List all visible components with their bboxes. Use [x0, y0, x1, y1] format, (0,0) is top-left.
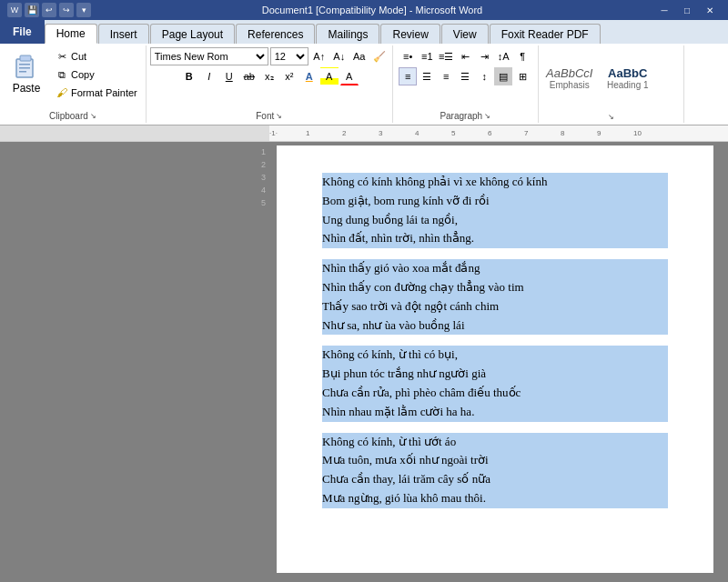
shading-button[interactable]: ▤: [494, 67, 512, 85]
left-margin: 1 2 3 4 5: [0, 142, 269, 582]
decrease-indent-button[interactable]: ⇤: [456, 47, 474, 65]
ribbon-tabs: File Home Insert Page Layout References …: [0, 20, 728, 44]
line-3-1: Không có kính, ừ thì có bụi,: [322, 346, 668, 365]
font-color-button[interactable]: A: [340, 67, 359, 85]
maximize-button[interactable]: □: [676, 0, 698, 20]
tab-foxit[interactable]: Foxit Reader PDF: [490, 24, 601, 44]
borders-button[interactable]: ⊞: [513, 67, 531, 85]
minimize-button[interactable]: ─: [653, 0, 675, 20]
line-4-3: Chưa cần thay, lái trăm cây số nữa: [322, 470, 668, 489]
line-4-1: Không có kính, ừ thì ướt áo: [322, 433, 668, 452]
align-center-button[interactable]: ☰: [418, 67, 436, 85]
line-1-4: Nhìn đất, nhìn trời, nhìn thẳng.: [322, 229, 668, 248]
align-left-button[interactable]: ≡: [399, 67, 417, 85]
multilevel-list-button[interactable]: ≡☰: [437, 47, 455, 65]
style-emphasis[interactable]: AaBbCcI Emphasis: [542, 51, 597, 105]
paste-icon: [12, 51, 41, 80]
cut-icon: ✂: [56, 50, 68, 63]
clear-format-button[interactable]: 🧹: [370, 47, 389, 65]
change-case-button[interactable]: Aa: [350, 47, 369, 65]
styles-expand-icon[interactable]: ↘: [608, 113, 614, 121]
line-2-4: Như sa, như ùa vào buồng lái: [322, 316, 668, 336]
text-effects-button[interactable]: A: [300, 67, 318, 85]
ruler-main: ·1· 1 2 3 4 5 6 7 8 9 10: [269, 125, 728, 141]
tab-mailings[interactable]: Mailings: [316, 24, 379, 44]
tab-page-layout[interactable]: Page Layout: [150, 24, 235, 44]
save-quick-icon[interactable]: 💾: [25, 3, 39, 17]
increase-indent-button[interactable]: ⇥: [475, 47, 493, 65]
paragraph-group: ≡• ≡1 ≡☰ ⇤ ⇥ ↕A ¶ ≡ ☰ ≡ ☰ ↕ ▤ ⊞: [393, 45, 539, 123]
line-4-2: Mưa tuôn, mưa xối như ngoài trời: [322, 451, 668, 470]
undo-quick-icon[interactable]: ↩: [42, 3, 56, 17]
numbering-button[interactable]: ≡1: [418, 47, 436, 65]
customize-quick-icon[interactable]: ▾: [76, 3, 91, 17]
paragraph-1: Không có kính không phải vì xe không có …: [322, 173, 668, 248]
subscript-button[interactable]: x₂: [260, 67, 278, 85]
svg-rect-2: [19, 64, 30, 65]
tab-references[interactable]: References: [236, 24, 315, 44]
clipboard-group: Paste ✂ Cut ⧉ Copy 🖌 Format: [0, 45, 147, 123]
line-4-4: Mưa ngừng, gió lùa khô mau thôi.: [322, 489, 668, 508]
justify-button[interactable]: ☰: [456, 67, 474, 85]
copy-button[interactable]: ⧉ Copy: [51, 65, 142, 84]
main-area: 1 2 3 4 5 Không có kính không phải vì xe…: [0, 142, 728, 582]
paragraph-3: Không có kính, ừ thì có bụi, Bụi phun tó…: [322, 346, 668, 421]
emphasis-preview: AaBbCcI: [546, 66, 592, 80]
heading1-preview: AaBbC: [608, 66, 647, 80]
svg-rect-4: [19, 71, 26, 73]
font-expand-icon[interactable]: ↘: [276, 112, 282, 120]
format-painter-icon: 🖌: [56, 86, 68, 99]
copy-icon: ⧉: [56, 68, 68, 81]
align-right-button[interactable]: ≡: [437, 67, 455, 85]
line-3-4: Nhìn nhau mặt lằm cười ha ha.: [322, 403, 668, 422]
cut-button[interactable]: ✂ Cut: [51, 47, 142, 65]
ruler: ·1· 1 2 3 4 5 6 7 8 9 10: [0, 125, 728, 142]
word-icon: W: [7, 3, 22, 17]
line-2-1: Nhìn thấy gió vào xoa mắt đắng: [322, 259, 668, 278]
ruler-left-margin: [0, 125, 269, 141]
styles-group: AaBbCcI Emphasis AaBbC Heading 1 Styles …: [539, 45, 684, 123]
bold-button[interactable]: B: [180, 67, 198, 85]
line-1-2: Bom giật, bom rung kính vỡ đi rồi: [322, 192, 668, 211]
paragraph-2: Nhìn thấy gió vào xoa mắt đắng Nhìn thấy…: [322, 259, 668, 335]
italic-button[interactable]: I: [200, 67, 218, 85]
svg-rect-3: [19, 67, 30, 69]
font-name-select[interactable]: Times New Rom: [150, 47, 268, 65]
document-area: Không có kính không phải vì xe không có …: [269, 142, 728, 582]
increase-font-button[interactable]: A↑: [310, 47, 329, 65]
strikethrough-button[interactable]: ab: [240, 67, 258, 85]
title-bar: W 💾 ↩ ↪ ▾ Document1 [Compatibility Mode]…: [0, 0, 728, 20]
font-group: Times New Rom 12 A↑ A↓ Aa 🧹 B I U ab x₂: [147, 45, 393, 123]
document-page: Không có kính không phải vì xe không có …: [277, 146, 713, 573]
tab-file[interactable]: File: [0, 20, 45, 44]
paste-label: Paste: [13, 82, 41, 95]
font-size-select[interactable]: 12: [270, 47, 308, 65]
redo-quick-icon[interactable]: ↪: [59, 3, 74, 17]
tab-insert[interactable]: Insert: [98, 24, 149, 44]
line-spacing-button[interactable]: ↕: [475, 67, 493, 85]
sort-button[interactable]: ↕A: [494, 47, 512, 65]
tab-review[interactable]: Review: [380, 24, 440, 44]
line-1-3: Ung dung buồng lái ta ngồi,: [322, 211, 668, 230]
superscript-button[interactable]: x²: [280, 67, 298, 85]
tab-home[interactable]: Home: [45, 24, 97, 44]
underline-button[interactable]: U: [220, 67, 238, 85]
text-highlight-button[interactable]: A: [320, 67, 339, 85]
bullets-button[interactable]: ≡•: [399, 47, 417, 65]
paste-button[interactable]: Paste: [4, 47, 49, 97]
paragraph-expand-icon[interactable]: ↘: [484, 112, 490, 120]
line-2-2: Nhìn thấy con đường chạy thẳng vào tim: [322, 278, 668, 297]
clipboard-expand-icon[interactable]: ↘: [90, 112, 96, 120]
line-3-3: Chưa cần rửa, phì phèo châm điếu thuốc: [322, 384, 668, 403]
format-painter-button[interactable]: 🖌 Format Painter: [51, 84, 142, 102]
decrease-font-button[interactable]: A↓: [330, 47, 349, 65]
ribbon: Paste ✂ Cut ⧉ Copy 🖌 Format: [0, 44, 728, 125]
style-heading1[interactable]: AaBbC Heading 1: [601, 51, 655, 105]
tab-view[interactable]: View: [441, 24, 489, 44]
close-button[interactable]: ✕: [699, 0, 721, 20]
paragraph-4: Không có kính, ừ thì ướt áo Mưa tuôn, mư…: [322, 433, 668, 508]
line-1-1: Không có kính không phải vì xe không có …: [322, 173, 668, 192]
line-2-3: Thấy sao trời và đột ngột cánh chim: [322, 297, 668, 316]
show-marks-button[interactable]: ¶: [513, 47, 531, 65]
heading1-label: Heading 1: [607, 80, 649, 90]
